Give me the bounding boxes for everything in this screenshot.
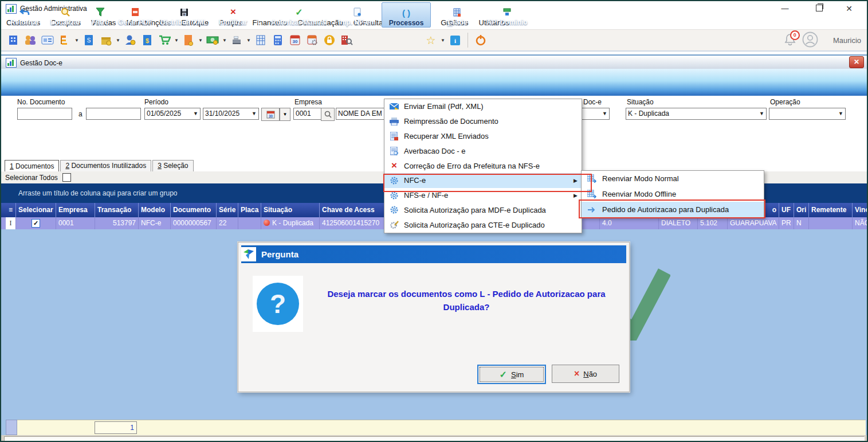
document-dropdown-icon[interactable]: ▼ — [198, 38, 203, 43]
col-remetente[interactable]: Remetente — [809, 203, 853, 217]
lock-icon[interactable] — [323, 33, 336, 47]
api-dominio-button[interactable]: API Dominio — [482, 2, 532, 26]
hierarchy-icon[interactable] — [58, 33, 72, 47]
company-icon[interactable] — [6, 33, 20, 47]
cart-dropdown-icon[interactable]: ▼ — [174, 38, 179, 43]
restore-button[interactable] — [806, 1, 832, 16]
doc-s-icon[interactable]: S — [82, 33, 96, 47]
distribuir-xml-button[interactable]: H Distribuir XML — [157, 2, 211, 26]
col-documento[interactable]: Documento — [171, 203, 217, 217]
package-icon[interactable] — [99, 33, 113, 47]
no-doc-from-input[interactable] — [17, 108, 72, 120]
menu-item-mdfe-duplicada[interactable]: Solicita Autorização para MDF-e Duplicad… — [384, 203, 582, 218]
calendar-icon[interactable]: 30 — [288, 33, 302, 47]
empresa-code-input[interactable]: 0001 — [293, 108, 323, 120]
empresa-search-button[interactable] — [321, 108, 335, 121]
grid-doc-icon[interactable] — [254, 33, 268, 47]
menu-item-reimpressao[interactable]: Reimpressão de Documento — [384, 114, 582, 129]
col-vinculada-fragment[interactable]: Vinc — [853, 203, 867, 217]
col-empresa[interactable]: Empresa — [56, 203, 95, 217]
imp-nfem-button[interactable]: Imp. NF-em — [335, 2, 379, 26]
tab-documentos[interactable]: 1 Documentos — [5, 160, 59, 172]
col-selecionar[interactable]: Selecionar — [16, 203, 56, 217]
row-checkbox-checked[interactable]: ✓ — [32, 219, 40, 228]
package-dropdown-icon[interactable]: ▼ — [115, 38, 121, 43]
menu-item-ctee-duplicado[interactable]: Solicita Autorização para CTE-e Duplicad… — [384, 217, 582, 232]
building-search-icon[interactable] — [340, 33, 354, 47]
nf-document-icon — [354, 6, 361, 18]
menu-item-recuperar-xml[interactable]: Recuperar XML Enviados — [384, 129, 582, 144]
money-dropdown-icon[interactable]: ▼ — [222, 38, 227, 43]
gerar-pdf-button[interactable]: Gerar PDF — [115, 2, 156, 26]
pdf-icon — [131, 6, 139, 18]
operacao-select[interactable]: ▼ — [769, 108, 846, 120]
doc-gear-icon — [384, 147, 404, 155]
cash-register-icon[interactable] — [230, 33, 243, 47]
card-icon[interactable] — [41, 33, 54, 47]
gear-icon — [384, 191, 404, 200]
menu-item-enviar-email[interactable]: Enviar Email (Pdf, XML) — [384, 99, 582, 114]
no-doc-to-input[interactable] — [86, 108, 141, 120]
calendar-gear-icon[interactable] — [305, 33, 319, 47]
register-dropdown-icon[interactable]: ▼ — [246, 38, 252, 43]
col-placa[interactable]: Placa — [238, 203, 261, 217]
hierarchy-dropdown-icon[interactable]: ▼ — [74, 38, 80, 43]
yes-button[interactable]: ✓ Sim — [477, 365, 546, 384]
col-serie[interactable]: Série — [217, 203, 238, 217]
notifications-bell-icon[interactable]: 0 — [784, 33, 796, 49]
periodo-from-select[interactable]: 01/05/2025▼ — [144, 108, 201, 120]
money-icon[interactable] — [206, 33, 219, 47]
col-situacao[interactable]: Situação — [261, 203, 320, 217]
grade-button[interactable]: Grade — [442, 2, 472, 26]
tab-selecao[interactable]: 3 Seleção — [152, 160, 193, 171]
col-modelo[interactable]: Modelo — [139, 203, 171, 217]
periodo-to-select[interactable]: 31/10/2025▼ — [203, 108, 259, 120]
menu-item-correcao-erro[interactable]: × Correção de Erro da Prefeitura na NFS-… — [384, 158, 582, 173]
submenu-item-pedido-autorizacao[interactable]: Pedido de Autorizacao para Duplicada — [582, 202, 764, 217]
power-icon[interactable] — [474, 33, 488, 47]
calculator-icon[interactable] — [271, 33, 285, 47]
cell-selecionar[interactable]: ✓ — [16, 217, 56, 229]
localizar-button[interactable]: Localizar — [45, 2, 86, 26]
doc-window-close-button[interactable]: ✕ — [849, 56, 864, 68]
filtro-button[interactable]: Filtro — [87, 2, 113, 26]
col-ori[interactable]: Ori — [794, 203, 809, 217]
processos-dropdown-icon[interactable]: ▼ — [432, 2, 437, 34]
col-transacao[interactable]: Transação — [95, 203, 139, 217]
calendar-button[interactable]: 30 — [261, 108, 280, 121]
menu-item-nfce[interactable]: NFC-e ▶ — [384, 173, 582, 188]
submenu-item-reenviar-normal[interactable]: Reenviar Modo Normal — [582, 171, 764, 186]
select-all-checkbox[interactable] — [62, 173, 71, 182]
info-icon[interactable]: i — [448, 33, 462, 47]
inutilizar-button[interactable]: × Inutilizar — [212, 2, 254, 26]
avatar-icon[interactable] — [802, 32, 818, 50]
chevron-down-icon: ▼ — [252, 108, 257, 119]
close-button[interactable]: ✕ — [836, 1, 862, 16]
person-coin-icon[interactable] — [123, 33, 137, 47]
document-orange-icon[interactable] — [182, 33, 195, 47]
submenu-item-reenviar-offline[interactable]: Reenviar Modo Offline — [582, 186, 764, 202]
favorite-star-icon[interactable]: ☆ — [424, 33, 438, 47]
menu-item-nfse-nfe[interactable]: NFS-e / NF-e ▶ — [384, 188, 582, 203]
doce-select[interactable]: ▼ — [581, 108, 610, 120]
grade-dropdown-icon[interactable]: ▼ — [474, 2, 479, 34]
no-button[interactable]: × Não — [552, 365, 619, 383]
situacao-label: Situação — [627, 98, 654, 106]
team-icon[interactable] — [23, 33, 37, 47]
menu-item-averbacao[interactable]: Averbacao Doc - e — [384, 143, 582, 158]
retornar-button[interactable]: Retornar — [6, 2, 44, 26]
invoice-icon[interactable]: $ — [140, 33, 154, 47]
favorite-dropdown-icon[interactable]: ▼ — [440, 38, 446, 43]
situacao-select[interactable]: K - Duplicada▼ — [626, 108, 767, 120]
processos-button[interactable]: ( ) Processos — [382, 2, 431, 28]
toolbar-right-cluster: 0 Mauricio — [784, 29, 861, 52]
braces-icon: ( ) — [402, 7, 410, 18]
autorizar-manual-button[interactable]: ✓ Autorizar Manual — [265, 2, 333, 26]
inutilizar-dropdown-icon[interactable]: ▼ — [257, 2, 261, 34]
tab-documentos-inutilizados[interactable]: 2 Documentos Inutilizados — [60, 160, 151, 171]
calendar-dropdown-button[interactable]: ▼ — [280, 108, 290, 121]
cart-icon[interactable] — [158, 33, 171, 47]
col-uf[interactable]: UF — [779, 203, 794, 217]
minimize-button[interactable]: — — [772, 1, 798, 16]
cell-situacao: K - Duplicada — [261, 217, 320, 229]
